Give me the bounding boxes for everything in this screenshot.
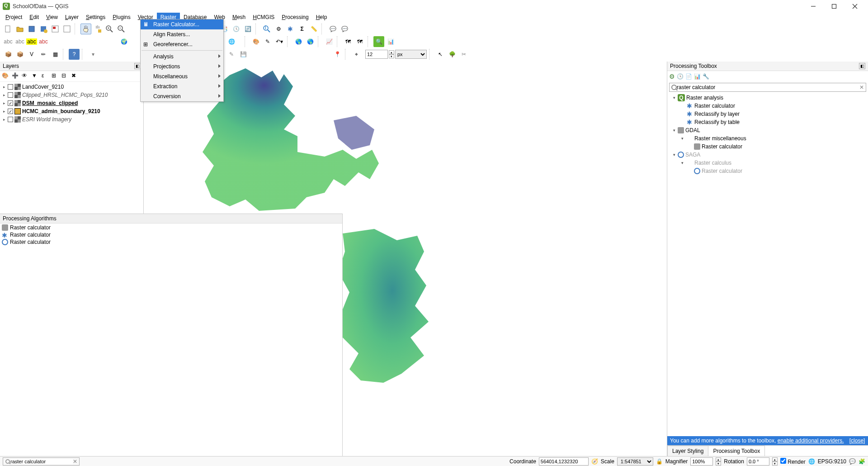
raster-menu-georeferencer-[interactable]: ⊞Georeferencer...	[141, 39, 223, 49]
toolbox-dock-icon[interactable]: ◧	[859, 63, 865, 69]
sum-icon[interactable]: Σ	[297, 24, 307, 34]
visibility-checkbox[interactable]	[8, 92, 13, 98]
font-size-input[interactable]	[365, 50, 388, 59]
tree-icon[interactable]: 🌳	[447, 49, 458, 60]
zoom-out-icon[interactable]	[116, 24, 127, 34]
label-pin-icon[interactable]: abc	[14, 36, 25, 47]
vector-new-icon[interactable]: V	[26, 49, 37, 60]
layer-row[interactable]: ▸✓HCMC_admin_boundary_9210	[1, 107, 142, 115]
cursor-icon[interactable]: ↖	[435, 49, 446, 60]
save-as-icon[interactable]	[38, 24, 49, 34]
annotation-icon[interactable]: 💬	[339, 24, 350, 34]
dropdown-icon[interactable]: ▾	[88, 49, 99, 60]
tree-expand-icon[interactable]: ▾	[672, 95, 676, 100]
collapse-all-icon[interactable]: ⊟	[61, 72, 70, 81]
edit-pencil-icon[interactable]: ✏	[38, 49, 49, 60]
close-button[interactable]	[844, 0, 865, 13]
identify-icon[interactable]: i	[261, 24, 272, 34]
rotation-spinner[interactable]: ▴▾	[772, 457, 778, 466]
menu-layer[interactable]: Layer	[61, 13, 82, 23]
menu-plugins[interactable]: Plugins	[109, 13, 134, 23]
manage-visibility-icon[interactable]: 👁	[22, 72, 30, 81]
measure-icon[interactable]: 📏	[308, 24, 319, 34]
crs-icon[interactable]: 🌐	[808, 458, 815, 465]
magnifier-input[interactable]	[690, 457, 713, 466]
pencil-icon[interactable]: ✎	[262, 36, 273, 47]
help-icon[interactable]: ?	[69, 49, 80, 60]
layers-tool-icon[interactable]: 📊	[385, 36, 396, 47]
render-checkbox-label[interactable]: Render	[780, 458, 806, 465]
paint-icon[interactable]: 🎨	[250, 36, 261, 47]
plugin-icon[interactable]: 🧩	[859, 458, 865, 465]
messages-icon[interactable]: 💬	[849, 458, 856, 465]
raster-tool-icon[interactable]: 🗺	[343, 36, 354, 47]
toolbox-item[interactable]: ▾Raster calculus	[669, 159, 866, 167]
toolbox-model-icon[interactable]	[669, 73, 675, 80]
expand-icon[interactable]: ▸	[2, 109, 6, 114]
raster-menu-projections[interactable]: Projections	[141, 62, 223, 71]
box3d2-icon[interactable]: 📦	[14, 49, 25, 60]
algorithm-row[interactable]: ✱Raster calculator	[2, 231, 340, 238]
maptips-icon[interactable]: 💬	[327, 24, 338, 34]
tree-expand-icon[interactable]: ▾	[680, 136, 684, 141]
toolbox-item[interactable]: Raster calculator	[669, 143, 866, 151]
menu-processing[interactable]: Processing	[278, 13, 312, 23]
layer-row[interactable]: ▸ESRI World Imagery	[1, 115, 142, 124]
font-size-spinner[interactable]: ▴▾	[389, 50, 394, 58]
expand-icon[interactable]: ▸	[2, 117, 6, 122]
toolbox-item[interactable]: ▾QRaster analysis	[669, 94, 866, 102]
algorithm-row[interactable]: Raster calculator	[2, 238, 340, 246]
globe-zoom-icon[interactable]: 🌎	[305, 36, 316, 47]
scale-select[interactable]: 1:547851	[617, 457, 653, 466]
label-highlight-icon[interactable]: abc	[26, 36, 37, 47]
toolbox-item[interactable]: ✱Reclassify by table	[669, 118, 866, 126]
coord-input[interactable]	[539, 457, 589, 466]
box3d-icon[interactable]: 📦	[3, 49, 14, 60]
lock-scale-icon[interactable]: 🔒	[656, 458, 663, 465]
expression-filter-icon[interactable]: ε	[42, 72, 50, 81]
tree-expand-icon[interactable]: ▾	[672, 128, 676, 133]
menu-settings[interactable]: Settings	[82, 13, 109, 23]
crs-label[interactable]: EPSG:9210	[818, 458, 846, 465]
menu-view[interactable]: View	[42, 13, 61, 23]
label-tool-icon[interactable]: abc	[38, 36, 49, 47]
magnifier-spinner[interactable]: ▴▾	[716, 457, 721, 466]
visibility-checkbox[interactable]: ✓	[8, 100, 13, 106]
maximize-button[interactable]	[824, 0, 844, 13]
minimize-button[interactable]	[803, 0, 824, 13]
rotation-input[interactable]	[747, 457, 769, 466]
open-project-icon[interactable]	[14, 24, 25, 34]
expand-all-icon[interactable]: ⊞	[52, 72, 60, 81]
expand-icon[interactable]: ▸	[2, 101, 6, 105]
layer-row[interactable]: ▸✓DSM_mosaic_clipped	[1, 99, 142, 107]
menu-edit[interactable]: Edit	[26, 13, 42, 23]
render-checkbox[interactable]	[780, 458, 786, 464]
raster-menu-analysis[interactable]: Analysis	[141, 52, 223, 62]
raster-menu-extraction[interactable]: Extraction	[141, 81, 223, 91]
visibility-checkbox[interactable]	[8, 117, 13, 122]
expand-icon[interactable]: ▸	[2, 93, 6, 97]
undo-dropdown-icon[interactable]: ↶▾	[274, 36, 285, 47]
toolbox-script-icon[interactable]: 📄	[685, 73, 692, 80]
toolbox-item[interactable]: ▾GDAL	[669, 126, 866, 134]
toolbox-item[interactable]: Raster calculator	[669, 167, 866, 175]
world-icon[interactable]: 🌐	[226, 36, 237, 47]
save-edits-icon[interactable]: 💾	[238, 49, 249, 60]
visibility-checkbox[interactable]: ✓	[8, 109, 13, 114]
toolbox-search[interactable]: ✕	[669, 83, 866, 92]
layer-row[interactable]: ▸LandCover_9210	[1, 83, 142, 91]
chart-icon[interactable]: 📈	[324, 36, 335, 47]
globe2-icon[interactable]: 🌎	[293, 36, 304, 47]
pan-to-selection-icon[interactable]	[92, 24, 103, 34]
hint-close-link[interactable]: [close]	[849, 437, 865, 444]
locator-input[interactable]	[10, 459, 73, 464]
font-unit-select[interactable]: px	[395, 50, 427, 59]
cut-icon[interactable]: ✂	[458, 49, 469, 60]
toolbox-item[interactable]: ▾Raster miscellaneous	[669, 134, 866, 143]
statistics-icon[interactable]: ✱	[285, 24, 296, 34]
tree-expand-icon[interactable]: ▾	[680, 161, 684, 165]
menu-help[interactable]: Help	[312, 13, 331, 23]
toolbox-search-input[interactable]	[677, 84, 859, 90]
algorithm-row[interactable]: Raster calculator	[2, 224, 340, 231]
raster-menu-align-rasters-[interactable]: Align Rasters...	[141, 29, 223, 39]
